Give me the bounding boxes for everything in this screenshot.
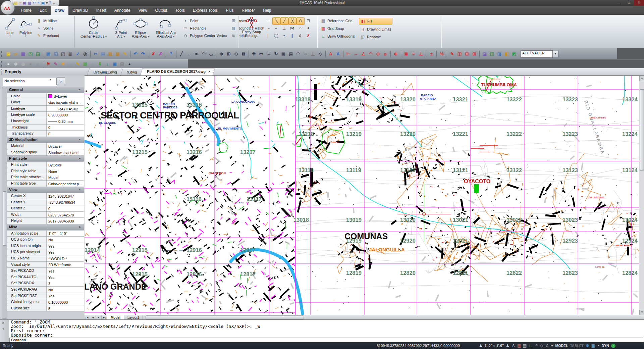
spline-icon[interactable]: ≈Spline	[36, 25, 61, 31]
snap-node-icon[interactable]: ▪	[280, 32, 288, 39]
snap-center-icon[interactable]: ⊙	[297, 17, 305, 25]
dim-center-icon[interactable]: ⊕	[390, 51, 399, 57]
snap-apparent-icon[interactable]: ⋈	[288, 25, 296, 32]
ok-icon[interactable]: ✓	[611, 344, 615, 348]
shade-3d-icon[interactable]: ●	[27, 61, 34, 67]
scroll-down-icon[interactable]: ▼	[639, 310, 644, 315]
chevron-down-icon[interactable]: ▼	[49, 78, 52, 81]
preview-icon[interactable]: ◰	[59, 51, 67, 57]
property-row[interactable]: Shadow display Shadows cast and... ▲	[7, 149, 84, 156]
snap-corner-icon[interactable]: ┌	[264, 25, 272, 32]
app-logo[interactable]: ∧∧	[1, 1, 15, 15]
import-acis-icon[interactable]: ◳	[27, 51, 34, 57]
purge-icon[interactable]: ✗	[157, 51, 164, 57]
property-row[interactable]: Height 2617.89845939 ▲	[7, 218, 84, 224]
snap-parallel-icon[interactable]: ∥	[288, 32, 296, 39]
copy-icon[interactable]: ▤	[99, 51, 107, 57]
snap-toggle-icon[interactable]: ▦	[517, 343, 521, 348]
lwt-toggle-icon[interactable]: +	[551, 343, 553, 348]
pan-icon[interactable]: ✚	[249, 51, 258, 57]
snap-endpoint-icon[interactable]: ╲	[272, 17, 280, 25]
tab-view[interactable]: View	[135, 6, 151, 15]
property-row[interactable]: Print style table None ▲	[7, 168, 84, 174]
tab-tools[interactable]: Tools	[171, 6, 189, 15]
three-point-arc-button[interactable]: 3-PointArc ▾	[112, 16, 130, 39]
snap-midpoint-icon[interactable]: ╱	[280, 17, 288, 25]
new-icon[interactable]: ▤	[5, 51, 12, 57]
dim-edit-icon[interactable]: ✎	[447, 51, 456, 57]
scroll-up-icon[interactable]: ▲	[639, 76, 644, 81]
property-row[interactable]: Cursor size 5 ▲	[7, 305, 84, 312]
box-icon[interactable]: ▣	[280, 51, 287, 57]
snap-none-icon[interactable]: ✗	[305, 32, 312, 39]
snap-insert2-icon[interactable]: ¦	[264, 32, 272, 39]
settings-gear-icon[interactable]: ⚙	[586, 343, 589, 348]
dim-ordinate-icon[interactable]: ⊥	[417, 51, 425, 57]
property-row[interactable]: View ▲	[7, 187, 84, 193]
multiline-icon[interactable]: ∥Multiline	[36, 18, 61, 23]
find-icon[interactable]: ◎	[82, 51, 89, 57]
ucs-icon[interactable]: ⊥	[309, 51, 317, 57]
import-light-icon[interactable]: ↓	[104, 61, 111, 67]
snap-insertion-icon[interactable]: ⊡	[305, 17, 312, 24]
tab-draw3d[interactable]: Draw 3D	[68, 6, 92, 15]
help-icon[interactable]: ?	[166, 51, 175, 57]
tab-express-tools[interactable]: Express Tools	[189, 6, 222, 15]
line-icon[interactable]: ╱	[176, 51, 185, 57]
reference-grid-item[interactable]: ▦Reference Grid	[319, 18, 357, 24]
property-scrollbar[interactable]	[2, 87, 7, 319]
copy-doc-icon[interactable]: ▥	[67, 51, 74, 57]
horizontal-scrollbar[interactable]	[146, 315, 304, 319]
tab-help[interactable]: Help	[259, 6, 275, 15]
grid-snap-item[interactable]: ▦Grid Snap	[319, 26, 357, 32]
tablet-toggle[interactable]: TABLET	[570, 344, 584, 348]
tab-plano-calderon[interactable]: PLANO DE CALDERON 2017.dwg×	[140, 68, 215, 76]
line-button[interactable]: Line▾	[3, 16, 17, 38]
property-row[interactable]: Linetype RAYITASX2 ▲	[7, 106, 84, 112]
spell-check-icon[interactable]: ✓	[74, 51, 82, 57]
open-icon[interactable]: ▱	[12, 51, 19, 57]
shadow-icon[interactable]: ◕	[126, 61, 133, 67]
chevron-down-icon[interactable]: ▼	[2, 327, 4, 331]
dim-text-edit-icon[interactable]: ◫	[456, 51, 463, 57]
property-row[interactable]: Linetype scale 0.90000000 ▲	[7, 112, 84, 118]
property-row[interactable]: Print table attache... Model ▲	[7, 174, 84, 181]
property-row[interactable]: UCS Name * WORLD * ▲	[7, 255, 84, 262]
dim-oblique-icon[interactable]: %	[436, 51, 445, 57]
property-row[interactable]: Visual style 2D Wireframe ▲	[7, 262, 84, 268]
elliptical-arc-button[interactable]: Elliptical ArcAxis-Axis ▾	[152, 16, 180, 39]
print-icon[interactable]: ▣	[43, 51, 52, 57]
ellipse-button[interactable]: EllipseAxis-Axis ▾	[131, 16, 150, 39]
property-row[interactable]: Set PICKBOX 3 ▲	[7, 280, 84, 287]
collapse-icon[interactable]: ▲	[78, 138, 81, 141]
property-row[interactable]: Transparency 0 ▲	[7, 131, 84, 137]
collapse-icon[interactable]: ▲	[78, 88, 81, 91]
snap-arc-mid-icon[interactable]: ⌢	[272, 25, 280, 32]
etrack-toggle-icon[interactable]: ∠	[545, 343, 549, 348]
drawing-limits-item[interactable]: ▯Drawing Limits	[359, 26, 392, 32]
redo-icon[interactable]: ↷	[139, 51, 147, 57]
scrollbar-thumb[interactable]	[640, 89, 644, 170]
layer-tool-5-icon[interactable]: ◩	[511, 51, 518, 57]
save-icon[interactable]: ▦	[19, 51, 27, 57]
tab-render[interactable]: Render	[237, 6, 259, 15]
annotation-visibility-icon[interactable]: ♟	[506, 343, 509, 348]
snap-quick-icon[interactable]: ✦	[305, 25, 312, 32]
revcloud-icon[interactable]: ◡	[207, 51, 215, 57]
snap-quadrant-icon[interactable]: ○	[297, 25, 304, 32]
material-map-icon[interactable]: ▦	[82, 61, 89, 67]
drawing-canvas[interactable]: 1331513316132151321613217131161311712914…	[85, 76, 644, 315]
property-row[interactable]: Print style ByColor ▲	[7, 162, 84, 168]
fill-item[interactable]: ◧Fill	[359, 18, 392, 24]
workspace-icon[interactable]: ▣	[591, 343, 595, 348]
property-row[interactable]: Center Z 0 ▲	[7, 205, 84, 212]
layer-tool-3-icon[interactable]: ◨	[496, 51, 503, 57]
extract-icon[interactable]: ⇓	[96, 61, 104, 67]
property-row[interactable]: 3D Visualisation ▲	[7, 137, 84, 143]
text-icon[interactable]: A	[334, 51, 342, 57]
dim-arc-icon[interactable]: ◠	[367, 51, 374, 57]
property-row[interactable]: Center Y -2343.92769534 ▲	[7, 199, 84, 206]
property-row[interactable]: UCS per viewport Yes ▲	[7, 249, 84, 255]
property-row[interactable]: Global linetype sc 0.10000000 ▲	[7, 299, 84, 305]
draw-orthogonal-item[interactable]: ∟Draw Orthogonal	[319, 33, 357, 39]
